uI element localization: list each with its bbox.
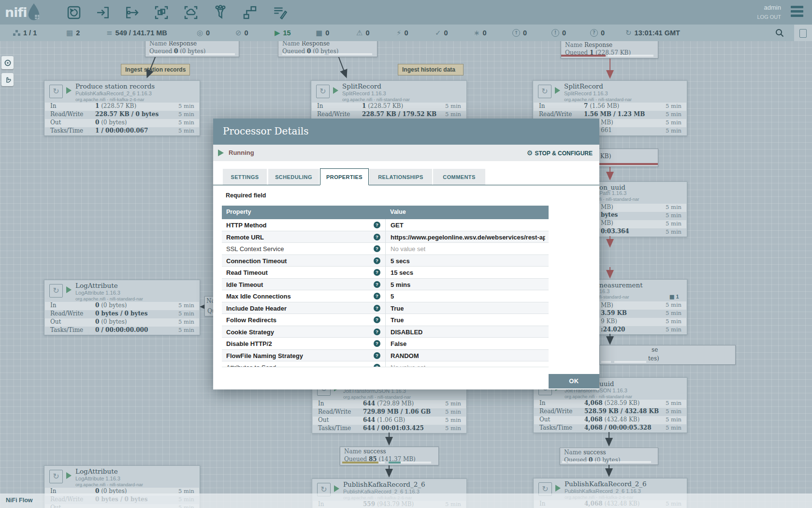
- processor-type: SplitRecord 1.16.3: [564, 90, 608, 96]
- processor-type: LogAttribute 1.16.3: [75, 290, 120, 296]
- fragment-eval_right-5: MB): [601, 220, 613, 226]
- required-field-note: Required field: [226, 192, 266, 199]
- status-count: 0: [444, 29, 448, 37]
- fragment-uuid_right-0: uuid: [599, 380, 614, 388]
- remote-process-group-tool-icon[interactable]: [183, 5, 199, 20]
- help-icon[interactable]: ?: [374, 245, 380, 252]
- property-name: Disable HTTP/2: [226, 340, 272, 347]
- backpressure-bar: [282, 53, 326, 55]
- help-icon[interactable]: ?: [374, 269, 380, 276]
- processor-produce[interactable]: ↻Produce station recordsPublishKafkaReco…: [44, 80, 200, 136]
- connection-label-resp_left[interactable]: Name ResponseQueued 0 (0 bytes): [145, 39, 239, 57]
- processor-type-icon: ↻: [538, 85, 551, 98]
- fragment-measure_right-6: 9 KB): [601, 318, 617, 325]
- running-icon: [555, 87, 560, 94]
- invalid-icon: ⚠: [356, 29, 362, 37]
- input-port-tool-icon[interactable]: [95, 5, 111, 20]
- help-icon[interactable]: ?: [374, 316, 380, 323]
- search-icon[interactable]: [775, 29, 784, 37]
- stopped-icon: ■: [316, 29, 322, 37]
- stat-row-read-write: Read/Write729.89 MB / 1.06 GB5 min: [313, 408, 466, 417]
- fragment-se_right-0: se: [652, 346, 658, 353]
- property-value: True: [391, 316, 404, 324]
- last-refresh-time: 13:01:41 GMT: [635, 29, 680, 37]
- status-bar: 1 / 1▦2≡549 / 141.71 MB◎0⊘0▶15■0⚠0⚡0✓0∗0…: [0, 24, 812, 41]
- fragment-se_right-1: tes): [648, 355, 659, 362]
- connection-label-se_right[interactable]: [599, 345, 736, 365]
- canvas-overlay-button-2[interactable]: [1, 73, 14, 86]
- status-item-sync-failure: !0: [551, 25, 566, 41]
- operate-panel-toggle[interactable]: [794, 25, 812, 41]
- property-name: Connection Timeout: [226, 257, 287, 265]
- property-value: 15 secs: [391, 269, 413, 276]
- nifi-logo: nifi: [5, 3, 41, 21]
- help-icon[interactable]: ?: [374, 329, 380, 335]
- help-icon[interactable]: ?: [374, 352, 380, 359]
- property-name: Max Idle Connections: [226, 293, 291, 300]
- processor-type-icon: ↻: [49, 284, 63, 298]
- connection-label-resp_right[interactable]: Name ResponseQueued 1 (228.57 KB): [561, 40, 658, 59]
- processor-tool-icon[interactable]: [66, 5, 82, 20]
- refresh-icon[interactable]: ↻: [625, 29, 632, 37]
- global-menu-icon[interactable]: [791, 6, 803, 19]
- current-user-label: admin: [757, 4, 781, 11]
- remote-groups-icon: ▦: [66, 29, 73, 37]
- refresh-status[interactable]: ↻ 13:01:41 GMT: [625, 25, 680, 41]
- status-item-cluster: 1 / 1: [13, 25, 37, 41]
- property-row-follow-redirects: Follow Redirects?True: [222, 314, 549, 326]
- stat-row-in: In1 (228.57 KB)5 min: [45, 103, 199, 111]
- property-column-header: Property: [226, 209, 251, 215]
- property-value: 5 mins: [391, 281, 410, 288]
- processor-details-dialog: Processor Details Running ⚙STOP & CONFIG…: [213, 119, 599, 389]
- help-icon[interactable]: ?: [374, 222, 380, 228]
- tab-relationships[interactable]: RELATIONSHIPS: [369, 168, 433, 185]
- breadcrumb[interactable]: NiFi Flow: [6, 497, 33, 504]
- property-name: Follow Redirects: [226, 316, 276, 324]
- connection-label-success_mid[interactable]: Name successQueued 85 (141.37 MB): [340, 447, 439, 465]
- processor-bundle: org.apache.nifi - nifi-standard-nar: [564, 97, 632, 102]
- help-icon[interactable]: ?: [374, 340, 380, 347]
- connection-label-resp_mid[interactable]: Name ResponseQueued 0 (0 bytes): [278, 39, 377, 57]
- stat-row-in: In1 (228.57 KB)5 min: [312, 103, 466, 111]
- property-row-connection-timeout: Connection Timeout?5 secs: [222, 255, 549, 267]
- output-port-tool-icon[interactable]: [124, 5, 140, 20]
- help-icon[interactable]: ?: [374, 305, 380, 312]
- backpressure-bar: [389, 462, 431, 463]
- label-tool-icon[interactable]: [272, 5, 287, 20]
- ok-button[interactable]: OK: [549, 374, 599, 388]
- help-icon[interactable]: ?: [374, 364, 380, 367]
- fragment-split_right-1: 661: [601, 127, 612, 134]
- tab-properties[interactable]: PROPERTIES: [320, 168, 369, 185]
- canvas-label-ann_station[interactable]: Ingest station records: [121, 64, 190, 75]
- process-group-tool-icon[interactable]: [154, 5, 169, 20]
- processor-log_mid[interactable]: ↻LogAttributeLogAttribute 1.16.3org.apac…: [44, 280, 200, 335]
- stat-row-tasks-time: Tasks/Time0 / 00:00:00.0005 min: [45, 327, 199, 335]
- processor-bundle: org.apache.nifi - nifi-standard-nar: [342, 97, 410, 102]
- help-icon[interactable]: ?: [374, 234, 380, 240]
- logout-link[interactable]: LOG OUT: [757, 14, 781, 20]
- template-tool-icon[interactable]: [242, 5, 258, 20]
- stat-row-read-write: Read/Write1.56 MB / 1.23 MB5 min: [534, 111, 686, 119]
- fragment-split_right-0: MB): [601, 119, 613, 126]
- processor-bundle: org.apache.nifi - nifi-standard-nar: [565, 394, 632, 399]
- canvas-label-ann_historic[interactable]: Ingest historic data: [398, 64, 464, 75]
- tab-settings[interactable]: SETTINGS: [222, 168, 267, 185]
- funnel-tool-icon[interactable]: [213, 5, 228, 20]
- connection-label-success_right[interactable]: Name successQueued 0 (0 bytes): [560, 448, 658, 465]
- help-icon[interactable]: ?: [374, 257, 380, 264]
- processor-type: LogAttribute 1.16.3: [75, 476, 120, 481]
- help-icon[interactable]: ?: [374, 293, 380, 299]
- processor-bundle: org.apache.nifi - nifi-standard-nar: [75, 296, 143, 301]
- running-icon: [334, 485, 339, 492]
- tab-scheduling[interactable]: SCHEDULING: [268, 168, 319, 185]
- dialog-title: Processor Details: [223, 125, 308, 137]
- stop-and-configure-button[interactable]: ⚙STOP & CONFIGURE: [527, 149, 593, 157]
- help-icon[interactable]: ?: [374, 281, 380, 288]
- status-count: 549 / 141.71 MB: [116, 29, 167, 37]
- processor-name: Produce station records: [75, 82, 155, 90]
- processor-status-bar: Running ⚙STOP & CONFIGURE: [213, 145, 599, 161]
- tab-comments[interactable]: COMMENTS: [433, 168, 486, 185]
- dialog-header: Processor Details: [213, 119, 599, 145]
- canvas-overlay-button-1[interactable]: [1, 56, 14, 69]
- backpressure-bar: [561, 55, 606, 57]
